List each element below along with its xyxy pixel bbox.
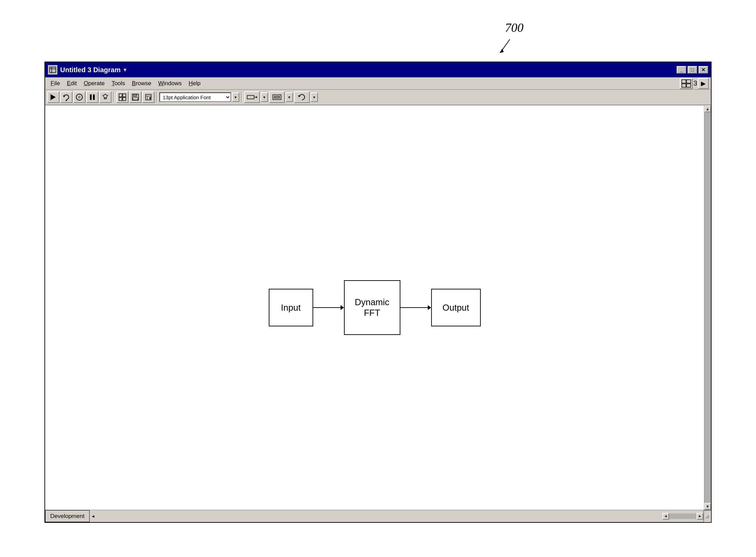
menu-file[interactable]: File [47,79,63,88]
scroll-right-btn[interactable]: ► [697,513,703,520]
scroll-right-track[interactable] [704,112,711,503]
tab-development[interactable]: Development [45,510,90,522]
svg-rect-23 [123,94,126,97]
svg-rect-5 [682,80,686,83]
resize-corner[interactable] [703,510,711,522]
title-dropdown[interactable]: ▾ [123,66,127,74]
window-icon [48,65,57,75]
toolbar-font-group: 13pt Application Font ▼ [159,92,239,102]
align-dropdown-btn[interactable]: ▼ [261,92,268,102]
menu-bar: File Edit Operate Tools Browse Windows H… [45,77,711,90]
svg-rect-22 [119,94,122,97]
svg-rect-28 [133,98,138,100]
toolbar-distribute-btn[interactable] [269,91,285,103]
svg-line-41 [708,518,709,518]
svg-rect-15 [90,94,92,100]
toolbar-align-btn[interactable] [244,91,260,103]
scroll-left-btn[interactable]: ◄ [662,513,669,520]
node-output[interactable]: Output [431,289,481,326]
diagram-canvas[interactable]: Input Dynamic FFT [45,105,704,510]
restore-button[interactable]: □ [688,66,697,74]
toolbar-group-3: ▼ [244,91,268,103]
toolbar: 13pt Application Font ▼ ▼ [45,90,711,105]
diagram-nodes: Input Dynamic FFT [269,280,481,335]
svg-marker-38 [298,95,301,97]
menu-operate[interactable]: Operate [80,79,108,88]
canvas-area: Input Dynamic FFT [45,105,711,522]
menu-windows[interactable]: Windows [155,79,185,88]
svg-rect-7 [682,84,686,87]
menu-tools[interactable]: Tools [108,79,129,88]
close-button[interactable]: ✕ [699,66,708,74]
window-title: Untitled 3 Diagram [60,66,121,74]
toolbar-pause-btn[interactable] [86,91,98,103]
scrollbar-right: ▲ ▼ [704,105,711,510]
font-dropdown-btn[interactable]: ▼ [232,92,239,102]
font-selector[interactable]: 13pt Application Font [159,92,231,102]
toolbar-sep-3 [241,92,242,102]
svg-rect-6 [687,80,691,83]
title-bar: Untitled 3 Diagram ▾ _ □ ✕ [45,62,711,77]
svg-rect-16 [93,94,95,100]
node-fft-label: Dynamic FFT [355,297,389,318]
rotate-dropdown-btn[interactable]: ▼ [310,92,318,102]
toolbar-grid-btn[interactable] [116,91,129,103]
connector-line-2 [400,307,428,308]
bottom-area: Development ◄ ◄ ► [45,510,711,522]
node-input[interactable]: Input [269,289,313,326]
tab-bar: Development ◄ [45,510,662,522]
side-toolbar-top: 3 ▶ [680,78,709,89]
title-bar-left: Untitled 3 Diagram ▾ [48,65,127,75]
svg-marker-9 [51,94,56,100]
svg-rect-25 [123,98,126,101]
svg-rect-2 [50,67,56,73]
svg-point-14 [78,96,81,99]
toolbar-reload-btn[interactable] [60,91,72,103]
connector-fft-output [400,305,431,310]
distribute-dropdown-btn[interactable]: ▼ [286,92,293,102]
tab-label: Development [50,513,84,520]
menu-browse[interactable]: Browse [129,79,155,88]
side-arrow-btn[interactable]: ▶ [698,78,709,89]
menu-edit[interactable]: Edit [63,79,80,88]
main-window: Untitled 3 Diagram ▾ _ □ ✕ File Edit Ope… [44,62,712,523]
scroll-h-area: ◄ ► [662,510,703,522]
svg-marker-32 [149,97,151,100]
toolbar-save-btn[interactable] [129,91,142,103]
scroll-h-track[interactable] [669,514,697,519]
svg-marker-35 [256,96,257,98]
toolbar-run-btn[interactable] [47,91,59,103]
toolbar-bulb-btn[interactable] [99,91,111,103]
figure-arrow [496,38,517,55]
svg-rect-24 [119,98,122,101]
node-fft[interactable]: Dynamic FFT [344,280,400,335]
svg-line-21 [107,95,108,96]
svg-rect-37 [274,96,280,98]
diagram-area: Input Dynamic FFT [45,105,704,510]
svg-rect-33 [247,95,254,99]
toolbar-circle-btn[interactable] [73,91,85,103]
page-wrapper: 700 Untitled 3 Diagram ▾ _ □ [0,0,756,557]
minimize-button[interactable]: _ [677,66,686,74]
tab-left-arrow[interactable]: ◄ [90,510,96,522]
toolbar-sep-1 [113,92,115,102]
side-panel-number: 3 [693,78,697,89]
connector-input-fft [313,305,344,310]
toolbar-group-4: ▼ [269,91,293,103]
canvas-content-wrapper: Input Dynamic FFT [45,105,711,510]
svg-rect-10 [50,94,51,101]
scroll-up-btn[interactable]: ▲ [704,105,711,112]
scroll-down-btn[interactable]: ▼ [704,503,711,510]
toolbar-group-1 [47,91,111,103]
svg-line-20 [103,95,103,96]
side-grid-btn[interactable] [680,78,693,89]
svg-rect-27 [133,94,137,96]
svg-marker-11 [63,95,65,97]
toolbar-group-5: ▼ [294,91,318,103]
toolbar-edit-btn[interactable] [142,91,155,103]
title-bar-controls: _ □ ✕ [677,66,708,74]
toolbar-rotate-btn[interactable] [294,91,310,103]
menu-help[interactable]: Help [185,79,204,88]
toolbar-group-2 [116,91,155,103]
svg-rect-8 [687,84,691,87]
